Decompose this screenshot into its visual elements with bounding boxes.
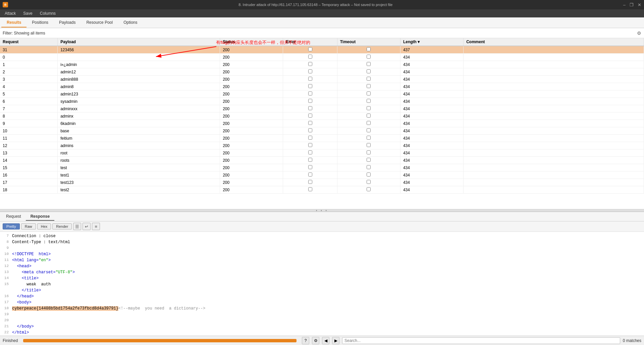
cell-payload: sysadmin <box>58 98 220 105</box>
cell-status: 200 <box>220 68 283 76</box>
menu-save[interactable]: Save <box>20 10 36 16</box>
maximize-button[interactable]: ❐ <box>630 2 634 7</box>
table-row[interactable]: 2 admin12 200 434 <box>0 68 644 76</box>
flag-brace: } <box>116 306 118 311</box>
cell-length: 434 <box>400 179 463 186</box>
cell-timeout <box>337 68 400 76</box>
cell-status: 200 <box>220 179 283 186</box>
table-row[interactable]: 16 test1 200 434 <box>0 171 644 179</box>
code-line: 14 <title> <box>3 275 641 281</box>
table-row[interactable]: 15 test 200 434 <box>0 164 644 171</box>
table-row[interactable]: 4 admin8 200 434 <box>0 83 644 90</box>
cell-length: 434 <box>400 149 463 157</box>
table-row[interactable]: 18 test2 200 434 <box>0 186 644 194</box>
filter-settings-icon[interactable]: ⚙ <box>637 30 641 36</box>
cell-request: 16 <box>0 171 58 179</box>
cell-comment <box>464 157 644 164</box>
table-row[interactable]: 6 sysadmin 200 434 <box>0 98 644 105</box>
close-button[interactable]: ✕ <box>638 2 641 7</box>
cell-payload: test2 <box>58 186 220 194</box>
main-container: 有flag的响应头长度也会不一样，但并不是绝对的 Request Payload… <box>0 38 644 336</box>
tab-resource-pool[interactable]: Resource Pool <box>81 18 118 27</box>
titlebar: B 8. Intruder attack of http://61.147.17… <box>0 0 644 9</box>
table-row[interactable]: 3 admin888 200 434 <box>0 76 644 83</box>
cell-payload: base <box>58 127 220 135</box>
cell-status: 200 <box>220 98 283 105</box>
cell-error <box>283 179 337 186</box>
cell-payload: admin8 <box>58 83 220 90</box>
cell-status: 200 <box>220 127 283 135</box>
table-row[interactable]: 1 i»¿admin 200 434 <box>0 61 644 68</box>
cell-comment <box>464 142 644 149</box>
cell-status: 200 <box>220 105 283 113</box>
cell-request: 3 <box>0 76 58 83</box>
cell-timeout <box>337 135 400 142</box>
cell-request: 17 <box>0 179 58 186</box>
cell-status: 200 <box>220 83 283 90</box>
table-row[interactable]: 11 feitium 200 434 <box>0 135 644 142</box>
table-row[interactable]: 14 roots 200 434 <box>0 157 644 164</box>
tab-results[interactable]: Results <box>1 18 26 27</box>
cell-error <box>283 76 337 83</box>
view-render-btn[interactable]: Render <box>52 223 72 229</box>
burp-logo: B <box>3 2 8 7</box>
cell-error <box>283 157 337 164</box>
table-row[interactable]: 5 admin123 200 434 <box>0 90 644 98</box>
help-button[interactable]: ? <box>302 337 309 344</box>
cell-payload: test <box>58 164 220 171</box>
search-input[interactable] <box>342 337 620 344</box>
minimize-button[interactable]: – <box>623 2 626 7</box>
cell-length: 434 <box>400 90 463 98</box>
view-menu-icon[interactable]: ≡ <box>92 223 100 230</box>
tab-payloads[interactable]: Payloads <box>54 18 81 27</box>
cell-length: 437 <box>400 46 463 54</box>
col-header-comment: Comment <box>464 38 644 46</box>
cell-request: 6 <box>0 98 58 105</box>
tab-request[interactable]: Request <box>1 213 26 221</box>
forward-button[interactable]: ▶ <box>332 337 339 344</box>
cell-error <box>283 98 337 105</box>
table-row[interactable]: 8 adminx 200 434 <box>0 113 644 120</box>
cell-status: 200 <box>220 142 283 149</box>
cell-length: 434 <box>400 164 463 171</box>
view-raw-btn[interactable]: Raw <box>21 223 36 229</box>
table-row[interactable]: 12 admins 200 434 <box>0 142 644 149</box>
cell-status: 200 <box>220 157 283 164</box>
cell-timeout <box>337 54 400 61</box>
cell-comment <box>464 46 644 54</box>
tab-options[interactable]: Options <box>118 18 143 27</box>
table-row[interactable]: 13 root 200 434 <box>0 149 644 157</box>
back-button[interactable]: ◀ <box>322 337 329 344</box>
view-list-icon[interactable]: ☰ <box>73 223 81 230</box>
matches-label: 0 matches <box>623 338 641 343</box>
cell-comment <box>464 98 644 105</box>
cell-error <box>283 164 337 171</box>
table-row[interactable]: 10 base 200 434 <box>0 127 644 135</box>
filterbar: Filter: Showing all items ⚙ <box>0 28 644 38</box>
panel-divider[interactable]: • • • <box>0 209 644 212</box>
settings-button[interactable]: ⚙ <box>312 337 319 344</box>
cell-error <box>283 142 337 149</box>
table-row[interactable]: 17 test123 200 434 <box>0 179 644 186</box>
view-newline-icon[interactable]: ↵ <box>83 223 91 230</box>
menu-attack[interactable]: Attack <box>1 10 19 16</box>
view-pretty-btn[interactable]: Pretty <box>3 223 20 229</box>
menu-columns[interactable]: Columns <box>37 10 59 16</box>
table-row[interactable]: 7 adminxxx 200 434 <box>0 105 644 113</box>
code-line: 7 Connection : close <box>3 233 641 239</box>
code-line: 16 </head> <box>3 293 641 299</box>
tab-response[interactable]: Response <box>26 213 54 221</box>
cell-length: 434 <box>400 61 463 68</box>
cell-request: 1 <box>0 61 58 68</box>
cell-error <box>283 149 337 157</box>
cell-timeout <box>337 76 400 83</box>
cell-payload: test123 <box>58 179 220 186</box>
view-hex-btn[interactable]: Hex <box>37 223 51 229</box>
table-row[interactable]: 0 200 434 <box>0 54 644 61</box>
table-row[interactable]: 9 6kadmin 200 434 <box>0 120 644 127</box>
cell-payload: 123456 <box>58 46 220 54</box>
code-line: 11 <html lang="en"> <box>3 257 641 263</box>
code-line: 15 weak auth <box>3 281 641 287</box>
table-row[interactable]: 31 123456 200 437 <box>0 46 644 54</box>
tab-positions[interactable]: Positions <box>26 18 54 27</box>
